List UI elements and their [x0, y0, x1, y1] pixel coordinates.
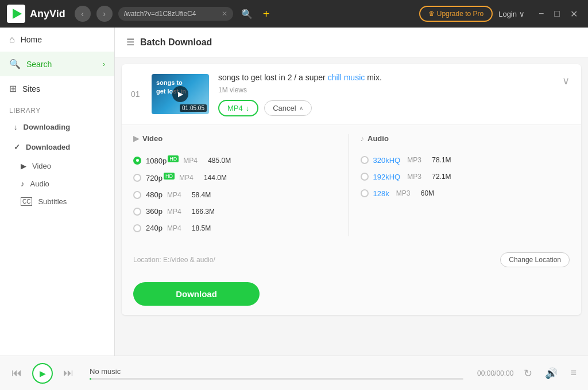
format-row-480p[interactable]: 480p MP4 58.4M	[133, 186, 337, 203]
home-icon: ⌂	[9, 34, 15, 45]
player-play-button[interactable]: ▶	[32, 363, 53, 384]
download-action-row: Download	[122, 276, 581, 315]
sidebar-audio-label: Audio	[30, 180, 49, 188]
size-192k: 72.1M	[432, 173, 461, 181]
nav-back-button[interactable]: ‹	[75, 6, 91, 22]
format-separator	[349, 134, 349, 237]
sidebar-search-label: Search	[26, 60, 52, 69]
repeat-button[interactable]: ↻	[521, 365, 535, 382]
radio-360p[interactable]	[133, 208, 141, 216]
format-row-192k[interactable]: 192kHQ MP3 72.1M	[361, 169, 564, 185]
video-col-header: ▶ Video	[133, 134, 337, 146]
sidebar-downloaded-label: Downloaded	[26, 143, 70, 151]
radio-320k[interactable]	[361, 156, 369, 164]
batch-download-icon: ☰	[126, 37, 134, 48]
bottom-player-bar: ⏮ ▶ ⏭ No music 00:00/00:00 ↻ 🔊 ≡	[0, 356, 588, 390]
video-title: songs to get lost in 2 / a super chill m…	[218, 72, 551, 84]
radio-192k[interactable]	[361, 173, 369, 181]
player-info: No music	[84, 367, 469, 380]
app-logo: AnyVid	[7, 5, 65, 23]
ext-720p: MP4	[179, 174, 199, 182]
mp4-button[interactable]: MP4 ↓	[218, 100, 258, 116]
player-controls-right: ↻ 🔊 ≡	[521, 365, 579, 382]
sidebar-sites-label: Sites	[22, 84, 40, 93]
format-columns: ▶ Video 1080pHD MP4 485.0M	[133, 134, 570, 237]
sidebar-item-subtitles[interactable]: CC Subtitles	[0, 193, 114, 210]
format-footer: Location: E:/video & audio/ Change Locat…	[122, 245, 581, 276]
format-row-128k[interactable]: 128k MP3 60M	[361, 185, 564, 202]
sidebar-downloading-label: Downloading	[24, 123, 71, 131]
size-1080p: 485.0M	[208, 157, 237, 165]
search-icon-button[interactable]: 🔍	[239, 6, 255, 22]
login-button[interactable]: Login ∨	[498, 10, 525, 18]
ext-320k: MP3	[407, 156, 427, 164]
login-arrow-icon: ∨	[519, 10, 525, 18]
bitrate-128k: 128k	[373, 189, 389, 198]
radio-240p[interactable]	[133, 224, 141, 232]
card-expand-icon[interactable]: ∨	[560, 72, 572, 89]
time-display: 00:00/00:00	[477, 369, 513, 377]
video-duration: 01:05:05	[180, 104, 207, 112]
window-controls: − □ ✕	[535, 7, 581, 21]
video-thumbnail: songs toget lost in ▶ 01:05:05	[152, 74, 209, 114]
sidebar-item-search[interactable]: 🔍 Search ›	[0, 52, 114, 76]
playlist-button[interactable]: ≡	[568, 365, 579, 381]
sidebar-item-video[interactable]: ▶ Video	[0, 157, 114, 175]
audio-col-icon: ♪	[361, 134, 365, 143]
audio-col-label: Audio	[368, 134, 389, 143]
format-row-240p[interactable]: 240p MP4 18.5M	[133, 220, 337, 236]
size-128k: 60M	[421, 189, 450, 197]
progress-bar[interactable]	[90, 378, 463, 380]
radio-480p[interactable]	[133, 191, 141, 199]
video-title-start: songs to get lost in 2 / a super	[218, 73, 328, 82]
maximize-button[interactable]: □	[551, 7, 563, 21]
add-tab-button[interactable]: +	[261, 5, 272, 23]
main-content: ⌂ Home 🔍 Search › ⊞ Sites Library ↓ Down…	[0, 28, 588, 356]
downloading-icon: ↓	[14, 123, 18, 131]
url-bar: /watch?v=d1C8zUfieC4 ✕	[118, 7, 233, 21]
play-icon: ▶	[40, 369, 46, 378]
radio-1080p[interactable]	[133, 157, 141, 165]
close-button[interactable]: ✕	[567, 7, 581, 21]
video-format-column: ▶ Video 1080pHD MP4 485.0M	[133, 134, 343, 237]
ext-360p: MP4	[167, 208, 187, 216]
sidebar-item-sites[interactable]: ⊞ Sites	[0, 76, 114, 101]
minimize-button[interactable]: −	[535, 7, 547, 21]
format-row-720p[interactable]: 720pHD MP4 144.0M	[133, 169, 337, 186]
format-selector: ▶ Video 1080pHD MP4 485.0M	[122, 125, 581, 246]
sidebar-item-downloaded[interactable]: ✓ Downloaded	[0, 137, 114, 157]
upgrade-button[interactable]: ♛ Upgrade to Pro	[419, 6, 493, 22]
quality-360p: 360p	[146, 207, 163, 216]
nav-forward-button[interactable]: ›	[96, 6, 113, 22]
logo-icon	[7, 5, 25, 23]
change-location-button[interactable]: Change Location	[500, 252, 570, 267]
format-row-360p[interactable]: 360p MP4 166.3M	[133, 203, 337, 220]
size-720p: 144.0M	[204, 174, 233, 182]
sidebar-item-home[interactable]: ⌂ Home	[0, 28, 114, 52]
video-views: 1M views	[218, 86, 551, 94]
sites-icon: ⊞	[9, 83, 17, 94]
sidebar-item-downloading[interactable]: ↓ Downloading	[0, 117, 114, 137]
cancel-label: Cancel	[273, 104, 296, 112]
radio-128k[interactable]	[361, 189, 369, 197]
download-button[interactable]: Download	[133, 282, 260, 306]
download-label: Download	[176, 289, 217, 299]
subtitles-icon: CC	[21, 197, 32, 206]
radio-720p[interactable]	[133, 174, 141, 182]
format-row-320k[interactable]: 320kHQ MP3 78.1M	[361, 152, 564, 169]
player-next-button[interactable]: ⏭	[61, 365, 76, 381]
search-arrow-icon: ›	[103, 60, 105, 68]
player-prev-button[interactable]: ⏮	[9, 365, 24, 381]
sidebar-item-audio[interactable]: ♪ Audio	[0, 175, 114, 193]
cancel-button[interactable]: Cancel ∧	[264, 100, 311, 116]
video-card-header: 01 songs toget lost in ▶ 01:05:05 songs …	[122, 64, 581, 125]
quality-480p: 480p	[146, 190, 163, 199]
video-actions: MP4 ↓ Cancel ∧	[218, 100, 551, 116]
mp4-label: MP4	[227, 104, 243, 112]
bitrate-192k: 192kHQ	[373, 173, 401, 181]
bitrate-320k: 320kHQ	[373, 156, 401, 165]
format-row-1080p[interactable]: 1080pHD MP4 485.0M	[133, 152, 337, 169]
volume-button[interactable]: 🔊	[543, 365, 560, 382]
upgrade-label: Upgrade to Pro	[437, 10, 483, 18]
url-close-icon[interactable]: ✕	[222, 10, 227, 18]
